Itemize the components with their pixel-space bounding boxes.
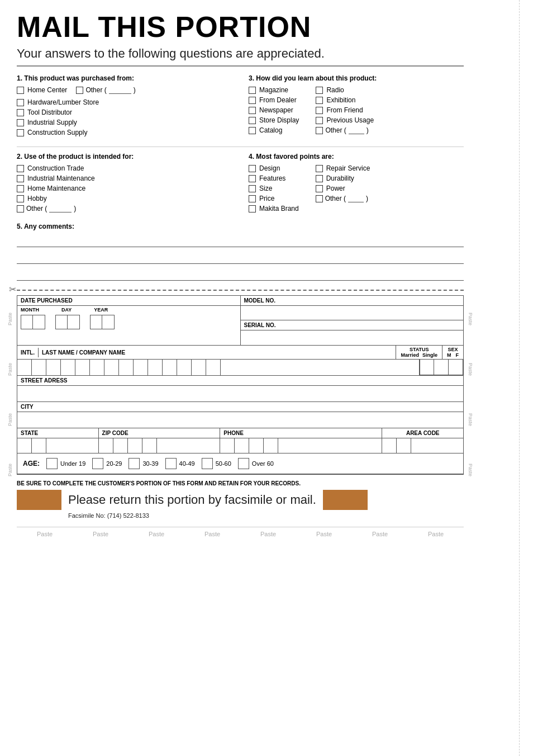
q1-home-center-checkbox[interactable]	[17, 87, 24, 94]
q2-hobby-cb[interactable]	[17, 195, 24, 202]
day-box-2[interactable]	[68, 315, 80, 329]
q3-label: 3. How did you learn about this product:	[249, 74, 464, 82]
name-box[interactable]	[134, 360, 148, 375]
state-box[interactable]	[46, 438, 61, 453]
zip-box[interactable]	[142, 438, 157, 453]
comment-line-1[interactable]	[17, 235, 464, 247]
name-box[interactable]	[75, 360, 90, 375]
zip-box[interactable]	[157, 438, 172, 453]
zip-box[interactable]	[128, 438, 142, 453]
q3-other-cb[interactable]	[316, 127, 323, 134]
paste-right-3: Paste	[468, 413, 473, 426]
phone-box[interactable]	[278, 438, 293, 453]
age-30-39-checkbox[interactable]	[129, 458, 140, 469]
q2-construction-cb[interactable]	[17, 165, 24, 172]
age-over60-checkbox[interactable]	[238, 458, 249, 469]
status-box-1[interactable]	[420, 360, 434, 375]
status-box-2[interactable]	[434, 360, 449, 375]
q2-home-maint-cb[interactable]	[17, 185, 24, 192]
q4-durability-cb[interactable]	[316, 175, 323, 182]
name-box[interactable]	[61, 360, 75, 375]
q3-magazine-cb[interactable]	[249, 87, 256, 94]
q3-exhibition-cb[interactable]	[316, 97, 323, 104]
single-label: Single	[422, 352, 437, 358]
q1-other-checkbox[interactable]	[76, 87, 83, 94]
day-box-1[interactable]	[55, 315, 68, 329]
name-box[interactable]	[17, 360, 32, 375]
name-box[interactable]	[119, 360, 134, 375]
name-box[interactable]	[32, 360, 46, 375]
q2-other-cb[interactable]	[17, 205, 24, 212]
q4-makita-cb[interactable]	[249, 205, 256, 212]
q3-from-dealer-cb[interactable]	[249, 97, 256, 104]
phone-box[interactable]	[264, 438, 278, 453]
q3-store-display-cb[interactable]	[249, 117, 256, 124]
paste-bottom-3: Paste	[149, 531, 164, 537]
model-no-input[interactable]	[241, 306, 464, 320]
name-box[interactable]	[46, 360, 61, 375]
city-input[interactable]	[17, 412, 463, 428]
serial-no-input[interactable]	[241, 330, 464, 345]
name-box[interactable]	[104, 360, 119, 375]
q4-power-cb[interactable]	[316, 185, 323, 192]
comment-line-3[interactable]	[17, 268, 464, 281]
q4-design-cb[interactable]	[249, 165, 256, 172]
phone-box[interactable]	[235, 438, 249, 453]
return-color-block-right	[323, 490, 368, 510]
q4-features-cb[interactable]	[249, 175, 256, 182]
paste-bottom-7: Paste	[372, 531, 388, 537]
q1-tool-dist-checkbox[interactable]	[17, 109, 24, 116]
zip-box[interactable]	[99, 438, 113, 453]
q4-price-cb[interactable]	[249, 195, 256, 202]
q1-hardware-checkbox[interactable]	[17, 99, 24, 106]
age-under19-label: Under 19	[60, 460, 85, 467]
age-40-49-checkbox[interactable]	[165, 458, 177, 469]
q2-industrial-cb[interactable]	[17, 175, 24, 182]
age-under19-checkbox[interactable]	[46, 458, 58, 469]
q1-construction-checkbox[interactable]	[17, 129, 24, 136]
phone-box[interactable]	[249, 438, 264, 453]
q3-radio-cb[interactable]	[316, 87, 323, 94]
q4-size-cb[interactable]	[249, 185, 256, 192]
month-label: MONTH	[21, 307, 39, 313]
street-input[interactable]	[17, 386, 463, 401]
name-box[interactable]	[177, 360, 192, 375]
state-label: STATE	[17, 428, 98, 438]
name-box[interactable]	[148, 360, 163, 375]
paste-bottom-6: Paste	[316, 531, 332, 537]
month-box-2[interactable]	[33, 315, 45, 329]
q3-catalog-cb[interactable]	[249, 127, 256, 134]
name-box[interactable]	[163, 360, 177, 375]
state-box[interactable]	[17, 438, 32, 453]
q1-other-close: )	[134, 86, 136, 94]
area-box[interactable]	[397, 438, 411, 453]
month-box-1[interactable]	[21, 315, 33, 329]
q3-from-friend-cb[interactable]	[316, 107, 323, 114]
zip-box[interactable]	[113, 438, 128, 453]
sex-box[interactable]	[449, 360, 463, 375]
q1-industrial-label: Industrial Supply	[27, 119, 77, 126]
age-50-60-checkbox[interactable]	[202, 458, 213, 469]
area-box[interactable]	[411, 438, 426, 453]
name-box[interactable]	[206, 360, 221, 375]
name-box[interactable]	[192, 360, 206, 375]
serial-no-label: SERIAL NO.	[241, 320, 464, 330]
area-box[interactable]	[382, 438, 397, 453]
q4-other-cb[interactable]	[316, 195, 323, 202]
name-box[interactable]	[221, 360, 235, 375]
q1-tool-dist-label: Tool Distributor	[27, 108, 72, 116]
year-box-2[interactable]	[102, 315, 115, 329]
married-label: Married	[401, 352, 419, 358]
paste-right-4: Paste	[468, 464, 473, 476]
age-20-29-checkbox[interactable]	[92, 458, 103, 469]
state-box[interactable]	[32, 438, 46, 453]
q3-newspaper-cb[interactable]	[249, 107, 256, 114]
phone-box[interactable]	[220, 438, 235, 453]
paste-left-1: Paste	[7, 313, 13, 325]
name-box[interactable]	[90, 360, 104, 375]
comment-line-2[interactable]	[17, 252, 464, 264]
q1-industrial-checkbox[interactable]	[17, 119, 24, 126]
q4-repair-cb[interactable]	[316, 165, 323, 172]
q3-prev-usage-cb[interactable]	[316, 117, 323, 124]
year-box-1[interactable]	[90, 315, 102, 329]
